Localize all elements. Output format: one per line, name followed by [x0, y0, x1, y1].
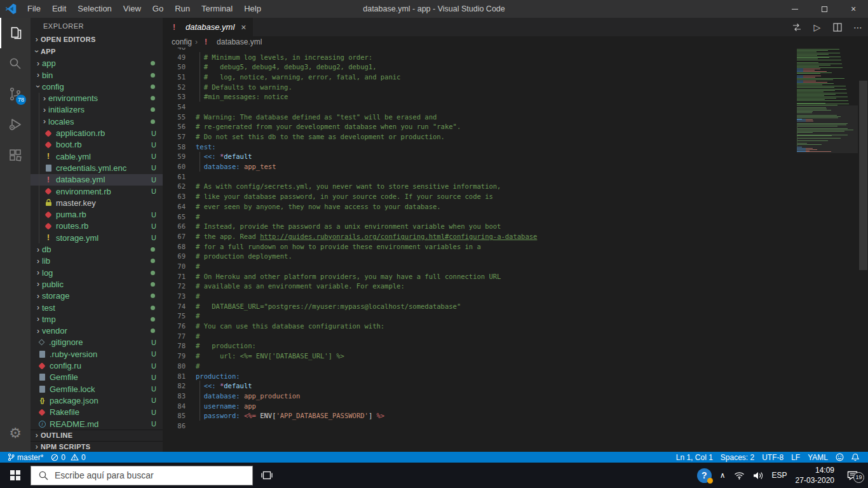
tray-chevron-up-icon[interactable]: ∧ [720, 471, 726, 480]
run-debug-icon[interactable] [0, 109, 31, 140]
code-line: 56# re-generated from your development d… [163, 122, 868, 132]
menu-run[interactable]: Run [169, 4, 196, 13]
tree-item-credentials-yml-enc[interactable]: credentials.yml.encU [31, 162, 163, 173]
tree-item-database-yml[interactable]: !database.ymlU [31, 174, 163, 186]
minimap-viewport[interactable] [797, 105, 858, 153]
settings-gear-icon[interactable]: ⚙ [0, 420, 31, 447]
tree-item-app[interactable]: ›app [31, 58, 163, 69]
menu-file[interactable]: File [22, 4, 46, 13]
wifi-icon[interactable] [734, 471, 745, 480]
problems-item[interactable]: 0 0 [47, 452, 89, 463]
tree-item-label: master.key [56, 198, 96, 208]
notifications-bell-icon[interactable] [848, 452, 863, 463]
tree-item-puma-rb[interactable]: puma.rbU [31, 209, 163, 220]
start-button[interactable] [0, 463, 31, 488]
task-view-icon[interactable] [253, 463, 281, 488]
tree-item--gitignore[interactable]: .gitignoreU [31, 337, 163, 348]
line-number: 70 [163, 262, 186, 270]
tree-item--ruby-version[interactable]: .ruby-versionU [31, 348, 163, 360]
tree-item-application-rb[interactable]: application.rbU [31, 127, 163, 139]
tree-item-master-key[interactable]: master.key [31, 197, 163, 208]
tree-item-rakefile[interactable]: RakefileU [31, 407, 163, 418]
tree-item-vendor[interactable]: ›vendor [31, 325, 163, 336]
git-untracked-badge: U [151, 187, 156, 195]
taskbar-search-input[interactable]: Escribe aquí para buscar [31, 466, 253, 485]
tree-item-storage-yml[interactable]: !storage.ymlU [31, 232, 163, 243]
tree-item-gemfile-lock[interactable]: Gemfile.lockU [31, 383, 163, 395]
line-number: 72 [163, 282, 186, 290]
more-actions-icon[interactable]: ⋯ [851, 21, 864, 34]
tree-item-label: lib [42, 256, 50, 266]
tree-item-storage[interactable]: ›storage [31, 290, 163, 302]
code-editor[interactable]: 4849 # Minimum log levels, in increasing… [163, 48, 868, 452]
tree-item-boot-rb[interactable]: boot.rbU [31, 139, 163, 151]
help-icon[interactable]: ? [697, 468, 712, 483]
feedback-smiley-icon[interactable] [832, 452, 848, 463]
volume-icon[interactable] [753, 471, 764, 480]
tree-item-environments[interactable]: ›environments [31, 93, 163, 104]
eol-sequence[interactable]: LF [787, 452, 804, 463]
split-editor-icon[interactable] [831, 21, 844, 34]
tree-item-routes-rb[interactable]: routes.rbU [31, 220, 163, 232]
file-icon [37, 386, 50, 393]
project-section[interactable]: › APP [31, 45, 163, 57]
tree-item-readme-md[interactable]: iREADME.mdU [31, 418, 163, 430]
tree-item-environment-rb[interactable]: environment.rbU [31, 186, 163, 197]
search-placeholder: Escribe aquí para buscar [55, 470, 154, 480]
chevron-right-icon: › [33, 442, 41, 451]
keyboard-language[interactable]: ESP [772, 471, 787, 480]
indentation[interactable]: Spaces: 2 [717, 452, 758, 463]
menu-selection[interactable]: Selection [72, 4, 117, 13]
outline-section[interactable]: › OUTLINE [31, 430, 163, 440]
open-changes-icon[interactable] [790, 21, 803, 34]
breadcrumb-file[interactable]: database.yml [217, 37, 262, 46]
key-lock-icon [43, 199, 56, 207]
vertical-scrollbar[interactable] [859, 81, 867, 270]
git-branch-item[interactable]: master* [4, 452, 47, 463]
tree-item-label: db [42, 245, 51, 254]
code-line: 69# production deployment. [163, 251, 868, 261]
git-modified-dot [151, 294, 155, 298]
cursor-position[interactable]: Ln 1, Col 1 [672, 452, 717, 463]
tree-item-db[interactable]: ›db [31, 243, 163, 255]
maximize-button[interactable] [810, 0, 839, 18]
breadcrumb-folder[interactable]: config [172, 37, 192, 46]
tree-item-gemfile[interactable]: GemfileU [31, 372, 163, 383]
minimize-button[interactable] [780, 0, 810, 18]
language-mode[interactable]: YAML [804, 452, 832, 463]
explorer-icon[interactable] [0, 18, 31, 48]
tree-item-public[interactable]: ›public [31, 278, 163, 290]
line-number: 60 [163, 163, 186, 170]
source-control-icon[interactable]: 78 [0, 79, 31, 109]
tree-item-log[interactable]: ›log [31, 267, 163, 278]
open-editors-section[interactable]: › OPEN EDITORS [31, 33, 163, 45]
tree-item-locales[interactable]: ›locales [31, 116, 163, 127]
tree-item-test[interactable]: ›test [31, 302, 163, 313]
tree-item-package-json[interactable]: {}package.jsonU [31, 395, 163, 406]
tree-item-config[interactable]: ›config [31, 81, 163, 92]
extensions-icon[interactable] [0, 140, 31, 170]
menu-terminal[interactable]: Terminal [196, 4, 238, 13]
menu-help[interactable]: Help [238, 4, 267, 13]
clock[interactable]: 14:09 27-03-2020 [796, 465, 834, 485]
line-number: 76 [163, 322, 186, 330]
menu-view[interactable]: View [118, 4, 147, 13]
tab-database-yml[interactable]: ! database.yml × [163, 18, 253, 36]
tree-item-bin[interactable]: ›bin [31, 69, 163, 81]
npm-scripts-section[interactable]: › NPM SCRIPTS [31, 441, 163, 452]
tree-item-lib[interactable]: ›lib [31, 255, 163, 267]
action-center-icon[interactable]: 19 [843, 471, 862, 480]
tree-item-tmp[interactable]: ›tmp [31, 313, 163, 325]
tree-item-label: config [42, 82, 64, 92]
tree-item-config-ru[interactable]: config.ruU [31, 360, 163, 371]
run-icon[interactable]: ▷ [811, 21, 824, 34]
ruby-file-icon [43, 189, 56, 194]
tree-item-initializers[interactable]: ›initializers [31, 104, 163, 116]
close-button[interactable]: × [839, 0, 868, 18]
menu-edit[interactable]: Edit [46, 4, 72, 13]
tree-item-cable-yml[interactable]: !cable.ymlU [31, 151, 163, 162]
tab-close-icon[interactable]: × [241, 22, 246, 32]
encoding[interactable]: UTF-8 [758, 452, 787, 463]
menu-go[interactable]: Go [147, 4, 169, 13]
search-icon[interactable] [0, 48, 31, 79]
